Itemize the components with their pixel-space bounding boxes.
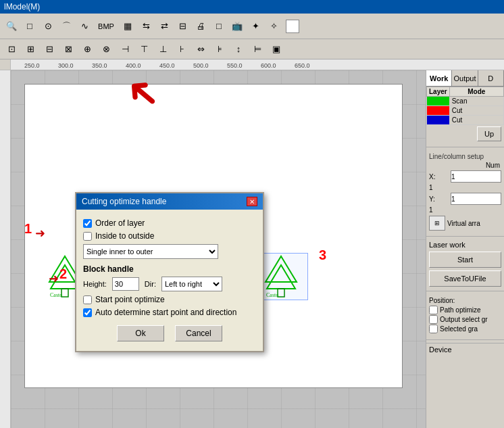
layer-color-1 (427, 97, 450, 106)
align-t[interactable]: ⊤ (135, 41, 153, 58)
tool-monitor[interactable]: 📺 (228, 18, 246, 35)
tab-output[interactable]: Output (452, 70, 478, 86)
output-select-row: Output select gr (429, 315, 501, 324)
start-button[interactable]: Start (429, 252, 501, 268)
tool-grid[interactable]: ▦ (119, 18, 136, 35)
device-label: Device (426, 343, 504, 356)
position-section: Position: Path optimize Output select gr… (426, 294, 504, 337)
grid-icon: ⊞ (429, 216, 445, 231)
tool-star1[interactable]: ✦ (247, 18, 264, 35)
start-point-checkbox[interactable] (83, 295, 92, 304)
tool-frame[interactable]: □ (210, 18, 228, 35)
canvas-area[interactable]: ➜ 1 ➜ Casto st stampager 2 ➜ (11, 70, 426, 428)
align-tl[interactable]: ⊡ (3, 41, 20, 58)
coord-box (286, 20, 299, 33)
selected-gra-label: Selected gra (440, 325, 478, 333)
line-column-section: Line/column setup Num X: 1 Y: 1 ⊞ Virtua… (426, 150, 504, 233)
y-val-label: 1 (429, 206, 449, 214)
num-label: Num (429, 162, 501, 169)
toolbar2: ⊡ ⊞ ⊟ ⊠ ⊕ ⊗ ⊣ ⊤ ⊥ ⊦ ⇔ ⊧ ↕ ⊨ ▣ (0, 39, 504, 60)
output-select-checkbox[interactable] (429, 315, 438, 324)
tool-flip-h[interactable]: ⇆ (137, 18, 155, 35)
svg-text:Casto: Casto (266, 292, 278, 298)
ruler-vertical (0, 70, 11, 428)
table-row[interactable]: Scan (427, 97, 504, 106)
svg-marker-6 (267, 265, 295, 289)
dialog: Cutting optimize handle ✕ Order of layer… (75, 192, 264, 352)
inside-outside-label: Inside to outside (95, 231, 154, 241)
align-tc[interactable]: ⊞ (22, 41, 39, 58)
tool-subtract[interactable]: ⊟ (174, 18, 191, 35)
auto-determine-checkbox[interactable] (83, 308, 92, 317)
tool-wave[interactable]: ∿ (76, 18, 93, 35)
path-optimize-label: Path optimize (440, 306, 481, 314)
distribute-h[interactable]: ⇔ (192, 41, 209, 58)
auto-determine-label: Auto determine start point and direction (95, 308, 236, 317)
align-br[interactable]: ⊗ (97, 41, 115, 58)
line-column-label: Line/column setup (429, 153, 501, 160)
ok-button[interactable]: Ok (117, 325, 164, 341)
titlebar: lModel(M) (0, 0, 504, 14)
tool-print[interactable]: 🖨 (192, 18, 209, 35)
tool-circle[interactable]: ⊙ (39, 18, 57, 35)
tool-rect[interactable]: □ (21, 18, 39, 35)
main-layout: ➜ 1 ➜ Casto st stampager 2 ➜ (0, 70, 504, 428)
laser-work-label: Laser work (426, 239, 504, 250)
ruler-horizontal: 250.0 300.0 350.0 400.0 450.0 500.0 550.… (0, 60, 504, 70)
divider-3 (426, 291, 504, 291)
left-section: ➜ 1 ➜ Casto st stampager 2 ➜ (0, 70, 426, 428)
dir-select[interactable]: Left to right Right to left Top to botto… (161, 277, 222, 291)
inside-outside-row: Inside to outside (83, 231, 256, 241)
svg-rect-7 (278, 289, 284, 297)
align-tr[interactable]: ⊟ (41, 41, 58, 58)
order-of-layer-checkbox[interactable] (83, 219, 92, 228)
tool-arc[interactable]: ⌒ (57, 18, 75, 35)
layer-color-3 (427, 116, 450, 125)
label-2: 2 (59, 266, 67, 282)
up-button[interactable]: Up (477, 126, 501, 141)
selected-gra-row: Selected gra (429, 325, 501, 333)
up-btn-row: Up (426, 125, 504, 144)
position-label: Position: (429, 297, 501, 304)
order-of-layer-label: Order of layer (95, 218, 145, 228)
table-row[interactable]: Cut (427, 106, 504, 116)
align-l[interactable]: ⊣ (116, 41, 134, 58)
laser-work-section: Laser work Start SaveToUFile (426, 239, 504, 288)
save-to-file-button[interactable]: SaveToUFile (429, 270, 501, 287)
tool-star2[interactable]: ✧ (265, 18, 282, 35)
dialog-close-button[interactable]: ✕ (247, 197, 257, 206)
inner-outer-select[interactable]: Single inner to outer All inner to outer… (83, 244, 218, 259)
layer-table: Layer Mode Scan Cut Cut (426, 87, 504, 125)
selected-gra-checkbox[interactable] (429, 325, 438, 333)
size-h[interactable]: ⊨ (249, 41, 266, 58)
dir-label: Dir: (145, 280, 156, 288)
x-row: X: 1 (429, 170, 501, 191)
dialog-titlebar[interactable]: Cutting optimize handle ✕ (76, 193, 263, 210)
y-input[interactable] (451, 193, 501, 205)
tool-bmp[interactable]: BMP (94, 18, 118, 35)
path-optimize-checkbox[interactable] (429, 306, 438, 314)
divider-2 (426, 236, 504, 237)
svg-rect-2 (61, 289, 68, 297)
height-input[interactable] (112, 277, 139, 291)
align-r[interactable]: ⊦ (173, 41, 191, 58)
arrow-1-icon: ➜ (35, 226, 45, 241)
dialog-title-text: Cutting optimize handle (82, 197, 166, 206)
path-optimize-row: Path optimize (429, 306, 501, 314)
tab-work[interactable]: Work (426, 70, 452, 86)
start-point-label: Start point optimize (95, 295, 165, 304)
size-same[interactable]: ↕ (230, 41, 247, 58)
start-point-row: Start point optimize (83, 295, 256, 304)
tab-d[interactable]: D (478, 70, 504, 86)
x-input[interactable] (451, 170, 501, 183)
tool-flip-v[interactable]: ⇄ (155, 18, 173, 35)
align-bc[interactable]: ⊕ (78, 41, 96, 58)
align-bl[interactable]: ⊠ (59, 41, 77, 58)
align-b[interactable]: ⊥ (154, 41, 172, 58)
tool-zoom[interactable]: 🔍 (3, 18, 20, 35)
cancel-button[interactable]: Cancel (175, 325, 222, 341)
inside-outside-checkbox[interactable] (83, 232, 92, 241)
distribute-v[interactable]: ⊧ (211, 41, 228, 58)
table-row[interactable]: Cut (427, 116, 504, 125)
sel-all[interactable]: ▣ (268, 41, 285, 58)
